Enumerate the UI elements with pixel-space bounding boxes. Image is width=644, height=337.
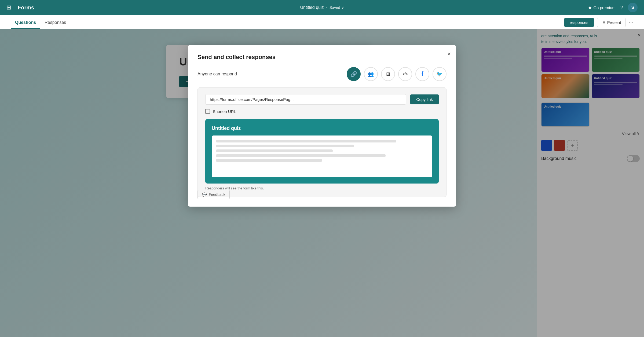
tabs-bar: Questions Responses responses 🖥 Present … xyxy=(0,15,644,29)
preview-line-1 xyxy=(216,140,396,142)
preview-inner: Untitled quiz xyxy=(205,119,439,184)
shorten-row: Shorten URL xyxy=(205,109,439,114)
facebook-icon: f xyxy=(421,70,423,78)
modal-close-button[interactable]: × xyxy=(447,50,451,57)
modal-title: Send and collect responses xyxy=(197,54,447,61)
people-icon: 👥 xyxy=(368,71,374,77)
avatar[interactable]: S xyxy=(628,3,638,12)
share-qr-button[interactable]: ⊞ xyxy=(381,67,395,81)
form-preview-card: Untitled quiz xyxy=(205,119,439,184)
top-bar: ⊞ Forms Untitled quiz - Saved ∨ ◆ Go pre… xyxy=(0,0,644,15)
share-link-button[interactable]: 🔗 xyxy=(347,67,361,81)
link-icon: 🔗 xyxy=(350,71,357,77)
qr-icon: ⊞ xyxy=(386,71,390,77)
main-content: Untitle + Add new × ore attention and re… xyxy=(0,29,644,337)
preview-line-2 xyxy=(216,145,354,147)
embed-icon: </> xyxy=(402,72,408,76)
preview-white-box xyxy=(212,135,432,177)
diamond-icon: ◆ xyxy=(588,5,592,10)
tab-questions[interactable]: Questions xyxy=(11,17,40,29)
preview-line-5 xyxy=(216,159,322,162)
share-collaborate-button[interactable]: 👥 xyxy=(364,67,378,81)
monitor-icon: 🖥 xyxy=(602,20,606,25)
help-icon[interactable]: ? xyxy=(620,5,623,10)
url-input[interactable] xyxy=(205,94,406,105)
preview-quiz-title: Untitled quiz xyxy=(212,126,432,131)
tabs-right: responses 🖥 Present ··· xyxy=(564,18,633,27)
modal-header-row: Anyone can respond 🔗 👥 ⊞ </> xyxy=(197,67,447,81)
top-bar-right: ◆ Go premium ? S xyxy=(588,3,638,12)
grid-icon[interactable]: ⊞ xyxy=(6,4,11,11)
preview-line-3 xyxy=(216,149,333,152)
more-options-button[interactable]: ··· xyxy=(629,19,633,25)
url-box: Copy link Shorten URL Untitled quiz xyxy=(197,87,447,197)
preview-caption: Responders will see the form like this. xyxy=(205,186,439,190)
anyone-label: Anyone can respond xyxy=(197,72,237,76)
tab-responses[interactable]: Responses xyxy=(40,17,70,29)
shorten-url-checkbox[interactable] xyxy=(205,109,210,114)
collect-responses-button[interactable]: responses xyxy=(564,18,594,27)
shorten-url-label: Shorten URL xyxy=(213,109,236,114)
feedback-icon: 💬 xyxy=(202,192,207,197)
top-bar-center: Untitled quiz - Saved ∨ xyxy=(300,5,344,10)
send-responses-modal: Send and collect responses × Anyone can … xyxy=(188,45,456,207)
url-row: Copy link xyxy=(205,94,439,105)
share-twitter-button[interactable]: 🐦 xyxy=(433,67,447,81)
share-embed-button[interactable]: </> xyxy=(398,67,412,81)
present-button[interactable]: 🖥 Present xyxy=(597,18,626,27)
copy-link-button[interactable]: Copy link xyxy=(410,94,439,104)
quiz-name: Untitled quiz xyxy=(300,5,324,10)
share-icons: 🔗 👥 ⊞ </> f � xyxy=(347,67,447,81)
feedback-button[interactable]: 💬 Feedback xyxy=(197,190,230,199)
app-title: Forms xyxy=(18,5,34,11)
premium-button[interactable]: ◆ Go premium xyxy=(588,5,616,10)
saved-badge: Saved ∨ xyxy=(330,5,344,10)
twitter-icon: 🐦 xyxy=(437,71,442,77)
share-facebook-button[interactable]: f xyxy=(415,67,429,81)
preview-line-4 xyxy=(216,154,386,157)
